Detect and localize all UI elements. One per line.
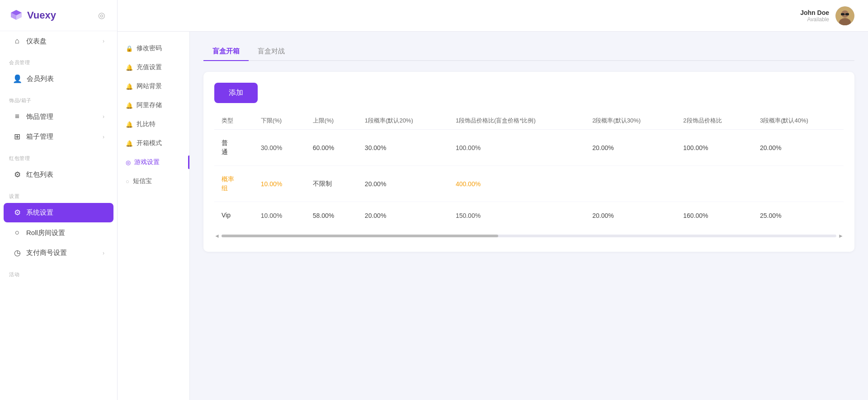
user-icon: 👤: [13, 74, 22, 84]
sidebar: Vuexy ◎ ⌂ 仪表盘 › 会员管理 👤 会员列表 饰品/箱子 ≡ 饰品管理…: [0, 0, 118, 400]
data-table: 类型 下限(%) 上限(%) 1段概率(默认20%) 1段饰品价格比(盲盒价格*…: [214, 112, 844, 229]
section-label-activity: 活动: [0, 263, 117, 281]
logo-icon: [9, 8, 24, 23]
box-icon: ⊞: [13, 132, 22, 141]
lock-icon: 🔒: [126, 45, 133, 52]
sub-label-game-settings: 游戏设置: [134, 158, 160, 166]
sms-icon: ○: [126, 178, 129, 185]
col-price2: 2段饰品价格比: [676, 112, 753, 130]
col-upper-limit: 上限(%): [306, 112, 358, 130]
svg-rect-3: [841, 13, 844, 15]
col-prob3: 3段概率(默认40%): [753, 112, 844, 130]
sidebar-label-system-settings: 系统设置: [26, 208, 53, 217]
sidebar-item-box[interactable]: ⊞ 箱子管理 ›: [4, 127, 113, 146]
content-wrapper: 🔒 修改密码 🔔 充值设置 🔔 网站背景 🔔 阿里存储 🔔 扎比特 🔔: [118, 32, 868, 400]
sub-item-game-settings[interactable]: ◎ 游戏设置: [118, 153, 189, 172]
main-area: John Doe Available 🔒 修改密码 🔔: [118, 0, 868, 400]
chevron-icon-3: ›: [103, 134, 104, 140]
sub-item-zhabi[interactable]: 🔔 扎比特: [118, 115, 189, 134]
clock-icon: ◷: [13, 248, 22, 258]
circle-target-icon: ◎: [126, 159, 131, 166]
sub-label-modify-password: 修改密码: [137, 44, 162, 52]
cell-lower: 30.00%: [254, 130, 306, 166]
target-icon[interactable]: ◎: [95, 9, 108, 22]
cell-price1: 150.00%: [448, 202, 585, 229]
sidebar-label-redpacket: 红包列表: [26, 170, 53, 179]
section-label-accessory: 饰品/箱子: [0, 89, 117, 107]
sub-sidebar: 🔒 修改密码 🔔 充值设置 🔔 网站背景 🔔 阿里存储 🔔 扎比特 🔔: [118, 32, 190, 400]
section-label-settings: 设置: [0, 185, 117, 202]
app-name: Vuexy: [27, 9, 56, 21]
cell-lower: 10.00%: [254, 202, 306, 229]
scroll-right-arrow[interactable]: ►: [838, 233, 844, 239]
col-lower-limit: 下限(%): [254, 112, 306, 130]
sub-item-ali-storage[interactable]: 🔔 阿里存储: [118, 96, 189, 115]
sidebar-label-payment: 支付商号设置: [26, 249, 67, 257]
chevron-icon-4: ›: [103, 250, 104, 256]
col-price1: 1段饰品价格比(盲盒价格*比例): [448, 112, 585, 130]
gear-icon: ⚙: [13, 170, 22, 179]
cell-prob3: [753, 166, 844, 202]
sub-label-ali-storage: 阿里存储: [137, 101, 162, 109]
topbar: John Doe Available: [118, 0, 868, 32]
horizontal-scrollbar: ◄ ►: [214, 229, 844, 241]
sidebar-item-roll-room[interactable]: ○ Roll房间设置: [4, 223, 113, 242]
table-row: 普 通 30.00% 60.00% 30.00% 100.00% 20.00% …: [214, 130, 844, 166]
sub-label-open-mode: 开箱模式: [137, 139, 162, 147]
cell-upper: 不限制: [306, 166, 358, 202]
avatar[interactable]: [835, 6, 854, 25]
cell-prob2: 20.00%: [585, 202, 676, 229]
sub-item-background[interactable]: 🔔 网站背景: [118, 77, 189, 96]
scroll-track[interactable]: [222, 235, 836, 237]
col-prob1: 1段概率(默认20%): [358, 112, 448, 130]
circle-icon: ○: [13, 228, 22, 237]
sub-label-zhabi: 扎比特: [137, 120, 156, 128]
scroll-left-arrow[interactable]: ◄: [214, 233, 220, 239]
add-button[interactable]: 添加: [214, 83, 258, 103]
cell-upper: 60.00%: [306, 130, 358, 166]
col-type: 类型: [214, 112, 254, 130]
sub-label-recharge: 充值设置: [137, 63, 162, 71]
bell-icon-1: 🔔: [126, 64, 133, 71]
bell-icon-4: 🔔: [126, 121, 133, 128]
user-info: John Doe Available: [800, 9, 829, 23]
sub-label-sms: 短信宝: [133, 177, 152, 185]
cell-type: 普 通: [214, 130, 254, 166]
cell-price1: 400.00%: [448, 166, 585, 202]
content-card: 添加 类型 下限(%) 上限(%) 1段概率(默认20%) 1段饰品价格比(盲盒…: [203, 72, 854, 252]
cell-type: Vip: [214, 202, 254, 229]
table-row: 概率 组 10.00% 不限制 20.00% 400.00%: [214, 166, 844, 202]
sub-item-recharge[interactable]: 🔔 充值设置: [118, 58, 189, 77]
bell-icon-3: 🔔: [126, 102, 133, 109]
avatar-image: [835, 6, 854, 25]
sub-item-modify-password[interactable]: 🔒 修改密码: [118, 39, 189, 58]
cell-prob1: 20.00%: [358, 202, 448, 229]
chevron-icon-2: ›: [103, 113, 104, 120]
cell-upper: 58.00%: [306, 202, 358, 229]
sidebar-item-accessory[interactable]: ≡ 饰品管理 ›: [4, 107, 113, 126]
sidebar-item-payment[interactable]: ◷ 支付商号设置 ›: [4, 243, 113, 263]
sidebar-label-accessory: 饰品管理: [26, 113, 53, 121]
svg-rect-4: [845, 13, 849, 15]
scroll-thumb: [222, 235, 498, 237]
section-label-redpacket: 红包管理: [0, 147, 117, 165]
list-icon: ≡: [13, 112, 22, 121]
tab-blind-box-open[interactable]: 盲盒开箱: [203, 42, 249, 61]
tabs: 盲盒开箱 盲盒对战: [203, 42, 854, 61]
sidebar-item-dashboard[interactable]: ⌂ 仪表盘 ›: [4, 32, 113, 51]
sidebar-item-member-list[interactable]: 👤 会员列表: [4, 69, 113, 89]
svg-rect-5: [844, 14, 845, 14]
page-content: 盲盒开箱 盲盒对战 添加 类型 下限(%) 上限(%): [190, 32, 868, 400]
sub-item-sms[interactable]: ○ 短信宝: [118, 172, 189, 191]
sub-item-open-mode[interactable]: 🔔 开箱模式: [118, 134, 189, 153]
user-name: John Doe: [800, 9, 829, 16]
cell-prob2: 20.00%: [585, 130, 676, 166]
tab-blind-box-battle[interactable]: 盲盒对战: [249, 42, 294, 61]
table-header-row: 类型 下限(%) 上限(%) 1段概率(默认20%) 1段饰品价格比(盲盒价格*…: [214, 112, 844, 130]
sidebar-item-system-settings[interactable]: ⚙ 系统设置: [4, 203, 113, 222]
sidebar-label-dashboard: 仪表盘: [26, 37, 47, 46]
sidebar-label-box: 箱子管理: [26, 132, 53, 141]
cell-prob1: 20.00%: [358, 166, 448, 202]
cell-type: 概率 组: [214, 166, 254, 202]
sidebar-item-redpacket[interactable]: ⚙ 红包列表: [4, 165, 113, 184]
